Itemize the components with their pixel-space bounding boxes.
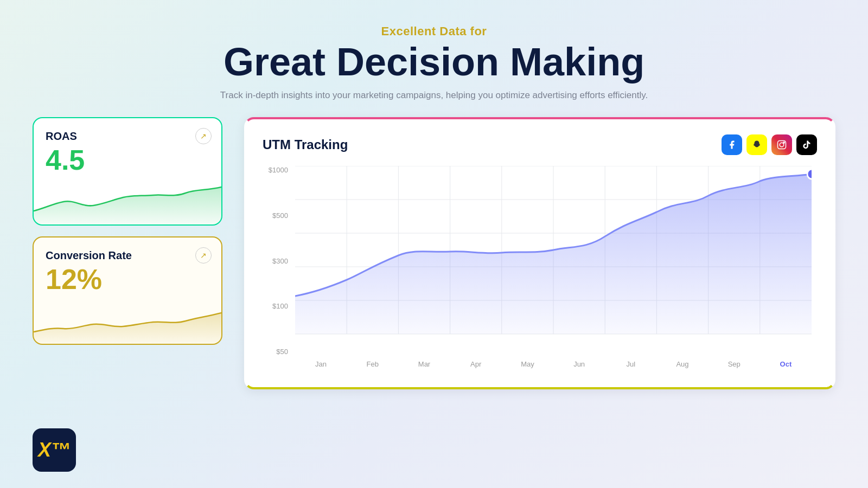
x-label-oct: Oct xyxy=(760,360,812,368)
content-area: ROAS 4.5 ↗ Conversion Rate 12% ↗ xyxy=(0,117,868,389)
x-label-feb: Feb xyxy=(347,360,398,368)
y-label-100: $100 xyxy=(272,302,288,310)
conversion-arrow-button[interactable]: ↗ xyxy=(195,247,212,264)
instagram-icon[interactable] xyxy=(771,134,792,155)
utm-card: UTM Tracking $1000 $500 xyxy=(244,117,835,389)
svg-point-2 xyxy=(783,142,784,143)
logo-box: X™ xyxy=(33,428,76,472)
facebook-icon[interactable] xyxy=(722,134,742,155)
conversion-title: Conversion Rate xyxy=(46,249,209,262)
utm-title: UTM Tracking xyxy=(263,137,348,152)
x-label-jan: Jan xyxy=(295,360,347,368)
social-icons xyxy=(722,134,817,155)
utm-header: UTM Tracking xyxy=(263,134,817,155)
roas-arrow-button[interactable]: ↗ xyxy=(195,128,212,144)
conversion-mini-chart xyxy=(34,300,222,344)
snapchat-icon[interactable] xyxy=(746,134,767,155)
x-axis: Jan Feb Mar Apr May Jun Jul Aug Sep Oct xyxy=(295,356,812,372)
x-label-aug: Aug xyxy=(656,360,708,368)
left-cards: ROAS 4.5 ↗ Conversion Rate 12% ↗ xyxy=(33,117,222,345)
logo-area: X™ xyxy=(33,428,76,472)
x-label-jun: Jun xyxy=(553,360,605,368)
y-label-1000: $1000 xyxy=(269,166,288,174)
logo-text: X™ xyxy=(38,439,71,461)
header-subtitle: Excellent Data for xyxy=(0,24,868,38)
utm-chart-area: $1000 $500 $300 $100 $50 xyxy=(263,166,817,372)
svg-point-1 xyxy=(780,143,784,147)
roas-mini-chart xyxy=(34,181,222,224)
roas-value: 4.5 xyxy=(46,145,209,176)
conversion-card: Conversion Rate 12% ↗ xyxy=(33,236,222,345)
y-label-50: $50 xyxy=(276,348,288,356)
utm-chart-svg xyxy=(295,166,812,356)
y-axis: $1000 $500 $300 $100 $50 xyxy=(263,166,292,356)
header-description: Track in-depth insights into your market… xyxy=(0,90,868,101)
x-label-may: May xyxy=(502,360,553,368)
roas-title: ROAS xyxy=(46,130,209,143)
svg-point-18 xyxy=(807,169,812,179)
y-label-300: $300 xyxy=(272,257,288,265)
chart-plot xyxy=(295,166,812,356)
x-label-mar: Mar xyxy=(398,360,450,368)
roas-card: ROAS 4.5 ↗ xyxy=(33,117,222,226)
page-header: Excellent Data for Great Decision Making… xyxy=(0,0,868,101)
tiktok-icon[interactable] xyxy=(796,134,817,155)
header-title: Great Decision Making xyxy=(0,41,868,84)
x-label-sep: Sep xyxy=(709,360,760,368)
x-label-apr: Apr xyxy=(450,360,502,368)
conversion-value: 12% xyxy=(46,264,209,295)
x-label-jul: Jul xyxy=(605,360,656,368)
y-label-500: $500 xyxy=(272,211,288,220)
